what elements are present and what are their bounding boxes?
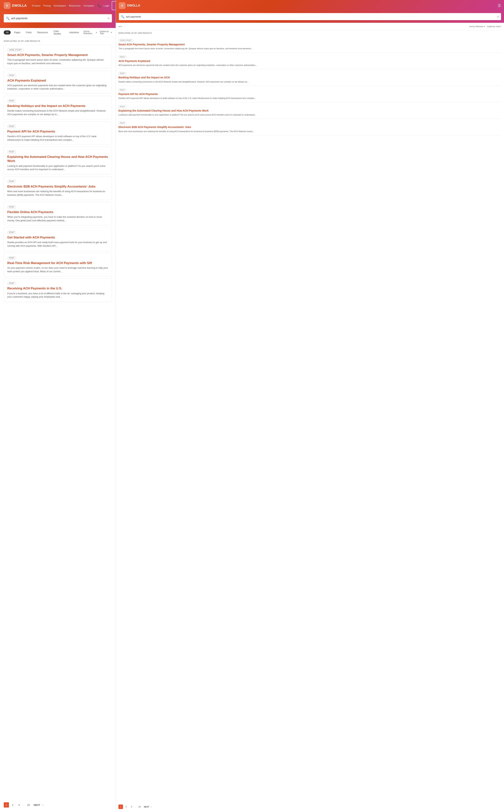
result-badge: POST [7, 150, 16, 153]
result-title[interactable]: Electronic B2B ACH Payments Simplify Acc… [7, 185, 108, 189]
result-title[interactable]: Receiving ACH Payments in the U.S. [7, 286, 108, 291]
nav-resources[interactable]: Resources [69, 4, 80, 7]
right-result-title[interactable]: Payment API for ACH Payments [118, 92, 501, 96]
right-search-icon: 🔍 [121, 15, 124, 18]
right-search-clear-icon[interactable]: ✕ [497, 15, 499, 18]
filter-tab-all[interactable]: All [4, 30, 11, 35]
result-item[interactable]: POST Payment API for ACH Payments Dwolla… [4, 121, 112, 145]
right-result-excerpt: Looking to add payment functionality to … [118, 113, 501, 116]
result-badge: POST [7, 231, 16, 234]
result-title[interactable]: ACH Payments Explained [7, 79, 108, 83]
result-item[interactable]: POST Electronic B2B ACH Payments Simplif… [4, 176, 112, 200]
right-result-item[interactable]: POST ACH Payments Explained ACH payments… [118, 53, 501, 69]
right-result-item[interactable]: POST Explaining the Automated Clearing H… [118, 102, 501, 119]
right-page-2[interactable]: 2 [124, 805, 128, 809]
result-item[interactable]: POST Real-Time Risk Management for ACH P… [4, 253, 112, 277]
right-next-arrow-icon: → [150, 806, 152, 808]
page-last[interactable]: 25 [26, 802, 31, 808]
sort-control[interactable]: Sort by: Relevance ▾ [83, 30, 97, 35]
result-item[interactable]: POST Flexible Online ACH Payments When y… [4, 202, 112, 226]
phone-icon[interactable]: 📞 [98, 4, 101, 7]
right-filter-all-chevron: ▾ [121, 26, 122, 27]
left-panel: D DWOLLA Product Pricing Developers Reso… [0, 0, 116, 812]
right-sort-control[interactable]: Sort by: Relevance ▾ [469, 26, 485, 27]
right-result-title[interactable]: ACH Payments Explained [118, 59, 501, 63]
right-result-excerpt: ACH payments are electronic payments tha… [118, 64, 501, 67]
result-item[interactable]: POST Explaining the Automated Clearing H… [4, 147, 112, 174]
filter-tab-resources[interactable]: Resources [35, 30, 50, 35]
page-ellipsis: ... [23, 804, 25, 806]
nav-developers[interactable]: Developers [54, 4, 66, 7]
logo-text: DWOLLA [12, 4, 27, 8]
right-page-next[interactable]: NEXT → [144, 806, 152, 808]
search-input[interactable] [11, 17, 106, 20]
result-badge: CASE STUDY [7, 48, 24, 51]
result-item[interactable]: CASE STUDY Smart ACH Payments, Smarter P… [4, 45, 112, 68]
search-icon: 🔍 [6, 17, 10, 20]
right-pagination: 1 2 3 ... 25 NEXT → [116, 803, 504, 812]
result-excerpt: ACH payments are electronic payments tha… [7, 84, 108, 91]
right-explore-control[interactable]: Explore by: Topic ▾ [487, 26, 501, 27]
right-result-excerpt: More and more businesses are realizing t… [118, 130, 501, 133]
right-result-item[interactable]: CASE STUDY Smart ACH Payments, Smarter P… [118, 36, 501, 53]
result-title[interactable]: Real-Time Risk Management for ACH Paymen… [7, 261, 108, 265]
right-result-title[interactable]: Smart ACH Payments, Smarter Property Man… [118, 43, 501, 46]
right-result-item[interactable]: POST Banking Holidays and the Impact on … [118, 69, 501, 86]
results-count: DISPLAYING 10 OF 1280 RESULTS [4, 40, 112, 42]
nav-product[interactable]: Product [32, 4, 40, 7]
right-logo-text: DWOLLA [127, 4, 140, 7]
result-item[interactable]: POST Banking Holidays and the Impact on … [4, 96, 112, 119]
page-2[interactable]: 2 [10, 802, 15, 808]
right-result-badge: POST [118, 122, 126, 124]
right-filter-all-label: All [118, 26, 120, 27]
right-logo[interactable]: D DWOLLA [119, 2, 140, 9]
result-badge: POST [7, 256, 16, 260]
result-title[interactable]: Banking Holidays and the Impact on ACH P… [7, 104, 108, 108]
right-result-title[interactable]: Electronic B2B ACH Payments Simplify Acc… [118, 125, 501, 129]
nav-company[interactable]: Company [83, 4, 94, 7]
right-page-last[interactable]: 25 [137, 805, 142, 809]
result-item[interactable]: POST ACH Payments Explained ACH payments… [4, 70, 112, 94]
right-result-title[interactable]: Banking Holidays and the Impact on ACH [118, 76, 501, 79]
right-result-excerpt: This is paragraph text lorem ipsum dolor… [118, 47, 501, 50]
logo[interactable]: D DWOLLA [4, 2, 27, 9]
search-clear-icon[interactable]: ✕ [107, 17, 110, 20]
right-result-item[interactable]: POST Payment API for ACH Payments Dwolla… [118, 86, 501, 102]
right-result-excerpt: Dwolla's ACH payment API allows develope… [118, 97, 501, 100]
result-title[interactable]: Payment API for ACH Payments [7, 129, 108, 134]
right-filter-bar: All ▾ Sort by: Relevance ▾ Explore by: T… [116, 23, 504, 30]
result-title[interactable]: Flexible Online ACH Payments [7, 210, 108, 214]
explore-control[interactable]: Explore by: Topic ▾ [100, 30, 112, 35]
explore-label: Explore by: Topic [100, 30, 110, 35]
right-page-1[interactable]: 1 [118, 805, 123, 809]
logo-icon: D [4, 2, 10, 9]
right-result-badge: POST [118, 72, 126, 75]
result-excerpt: Dwolla's ACH payment API allows develope… [7, 135, 108, 142]
result-excerpt: Looking to add payment functionality to … [7, 164, 108, 171]
right-result-item[interactable]: POST Electronic B2B ACH Payments Simplif… [118, 119, 501, 135]
hamburger-icon[interactable]: ☰ [498, 3, 501, 8]
result-title[interactable]: Get Started with ACH Payments [7, 235, 108, 240]
sort-label: Sort by: Relevance [83, 30, 95, 35]
right-filter-all[interactable]: All ▾ [118, 26, 122, 27]
result-title[interactable]: Smart ACH Payments, Smarter Property Man… [7, 53, 108, 57]
filter-tab-case-studies[interactable]: Case Studies [51, 29, 66, 36]
page-next-label: NEXT [34, 804, 40, 806]
right-result-title[interactable]: Explaining the Automated Clearing House … [118, 109, 501, 112]
right-page-3[interactable]: 3 [129, 805, 134, 809]
page-3[interactable]: 3 [16, 802, 22, 808]
page-1[interactable]: 1 [4, 802, 9, 808]
result-title[interactable]: Explaining the Automated Clearing House … [7, 155, 108, 163]
result-badge: POST [7, 205, 16, 209]
right-search-input[interactable] [126, 15, 495, 18]
filter-tab-pages[interactable]: Pages [12, 30, 23, 35]
result-item[interactable]: POST Get Started with ACH Payments Dwoll… [4, 227, 112, 251]
result-item[interactable]: POST Receiving ACH Payments in the U.S. … [4, 278, 112, 302]
login-link[interactable]: Login [104, 4, 109, 7]
result-badge: POST [7, 180, 16, 183]
page-next[interactable]: NEXT → [34, 804, 44, 806]
nav-pricing[interactable]: Pricing [43, 4, 51, 7]
result-excerpt: When you're integrating payments, you ha… [7, 215, 108, 222]
filter-tab-posts[interactable]: Posts [24, 30, 34, 35]
filter-tab-industries[interactable]: Industries [67, 30, 81, 35]
